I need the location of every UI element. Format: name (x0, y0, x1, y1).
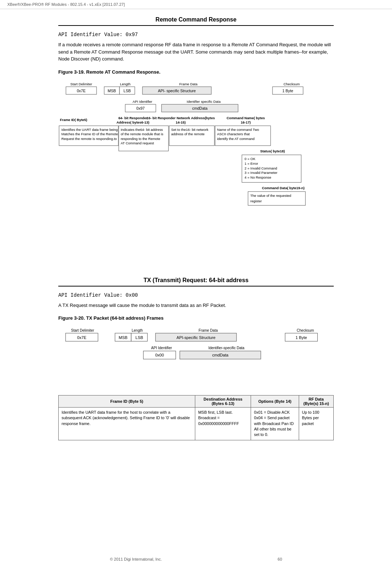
text-64bit3: responding to the Remote (121, 136, 160, 140)
tx-label-start: Start Delimiter (71, 328, 94, 332)
text-cmddata2: register (250, 199, 262, 203)
th-frameid: Frame ID (Byte 5) (59, 395, 195, 407)
tx-label-framedata: Frame Data (199, 328, 218, 332)
label-start-delim: Start Delimiter (70, 82, 92, 86)
text-16bit2: address of the remote (171, 132, 205, 136)
tx-label-apiid: API Identifier (151, 346, 172, 350)
section1-figure-label: Figure 3-19. Remote AT Command Response. (58, 69, 334, 75)
section2-title: TX (Transmit) Request: 64-bit address (58, 277, 334, 284)
label-frame-data: Frame Data (179, 82, 198, 86)
td-destaddr: MSB first, LSB last.Broadcast =0x0000000… (195, 407, 251, 440)
tx-diagram: Start Delimiter Length Frame Data Checks… (58, 326, 334, 391)
page-header: XBee®/XBee-PRO® RF Modules - 802.15.4 - … (0, 0, 392, 9)
th-destaddr: Destination Address (Bytes 6-13) (195, 395, 251, 407)
th-rfdata: RF Data (Byte(s) 15-n) (299, 395, 333, 407)
label-checksum: Checksum (283, 82, 300, 86)
label-cmdname: Command Name( bytes (227, 116, 265, 120)
table-row: Identifies the UART data frame for the h… (59, 407, 334, 440)
tx-val-msb: MSB (119, 335, 128, 340)
section1-title: Remote Command Response (58, 16, 334, 23)
th-options: Options (Byte 14) (251, 395, 299, 407)
val-api-specific: API- specific Structure (158, 88, 196, 93)
spacer1 (58, 241, 334, 262)
text-cmdname3: identify the AT command (217, 136, 255, 140)
label-cmddata: Command Data( byte19-n) (262, 186, 305, 190)
tx-val-lsb: LSB (136, 335, 143, 340)
tx-val-cmddata: cmdData (212, 353, 228, 357)
val-checksum: 1 Byte (282, 88, 293, 93)
label-status: Status( byte18) (260, 149, 285, 153)
page-footer: © 2011 Digi Internatonal, Inc. 60 (0, 557, 392, 561)
text-cmdname2: ASCII characters that (217, 132, 250, 136)
tx-val-checksum: 1 Byte (295, 335, 307, 340)
label-length: Length (120, 82, 130, 86)
label-64bit2: Address( bytes6-13) (117, 120, 149, 124)
section2-divider (58, 286, 334, 287)
footer-text: © 2011 Digi Internatonal, Inc. (110, 557, 162, 561)
text-64bit1: Indicates the64- bit address (121, 127, 163, 131)
label-64bit: 64- bit Responder (118, 116, 148, 120)
section-tx: TX (Transmit) Request: 64-bit address AP… (58, 277, 334, 440)
text-frameid3: Request the remote is responding.to (61, 136, 117, 140)
section2-figure-label: Figure 3-20. TX Packet (64-bit address) … (58, 315, 334, 321)
td-frameid: Identifies the UART data frame for the h… (59, 407, 195, 440)
tx-val-apiid: 0x00 (155, 353, 164, 357)
section2-api-value1: API Identifier Value: 0x00 (58, 292, 334, 298)
label-frame-id: Frame ID( Byte5) (60, 118, 87, 122)
text-cmddata1: The value of the requested (250, 194, 291, 198)
label-16bit: 16- bit Responder Network Address(bytes (146, 116, 215, 120)
text-16bit1: Set to the16- bit network (171, 127, 209, 131)
val-cmd-data: cmdData (192, 106, 207, 110)
text-64bit2: of the remote module that is (121, 132, 163, 136)
remote-cmd-svg: Start Delimiter Length Frame Data Checks… (58, 80, 334, 241)
section1-divider (58, 25, 334, 26)
tx-label-length: Length (132, 328, 143, 332)
section1-description: If a module receives a remote command re… (58, 41, 334, 63)
status-4: 4 = No Response (244, 175, 271, 179)
val-api-id: 0x97 (136, 106, 145, 110)
td-rfdata: Up to 100 Bytes per packet (299, 407, 333, 440)
status-3: 3 = Invalid Parameter (244, 171, 277, 175)
status-1: 1 = Error (244, 161, 258, 165)
label-api-id: API Identifier (133, 100, 152, 104)
text-cmdname1: Name of the command Two (217, 127, 259, 131)
tx-label-idspecific: Identifier-specific Data (208, 346, 244, 350)
val-start-delim: 0x7E (77, 88, 86, 93)
tx-svg: Start Delimiter Length Frame Data Checks… (58, 326, 334, 391)
text-64bit4: AT Command request (121, 141, 154, 145)
td-options: 0x01 = Disable ACK0x04 = Send packet wit… (251, 407, 299, 440)
label-cmdname2: 16-17) (241, 120, 251, 124)
tx-label-checksum: Checksum (297, 328, 314, 332)
val-lsb: LSB (124, 88, 131, 93)
tx-val-start: 0x7E (77, 335, 86, 340)
header-text: XBee®/XBee-PRO® RF Modules - 802.15.4 - … (7, 2, 125, 7)
section-remote-command: Remote Command Response API Identifier V… (58, 16, 334, 241)
tx-table: Frame ID (Byte 5) Destination Address (B… (58, 395, 334, 440)
tx-val-api: API-specific Structure (177, 335, 216, 340)
footer-page: 60 (278, 557, 282, 561)
remote-diagram: Start Delimiter Length Frame Data Checks… (58, 80, 334, 241)
status-0: 0 = OK (244, 157, 255, 161)
label-id-specific: Identifier specific Data (187, 100, 221, 104)
section2-api-value2: A TX Request message will cause the modu… (58, 302, 334, 309)
val-msb: MSB (108, 88, 116, 93)
label-16bit2: 14-15) (176, 120, 185, 124)
status-2: 2 = Invalid Command (244, 166, 277, 170)
section1-api-value: API Identifier Value: 0x97 (58, 32, 334, 38)
